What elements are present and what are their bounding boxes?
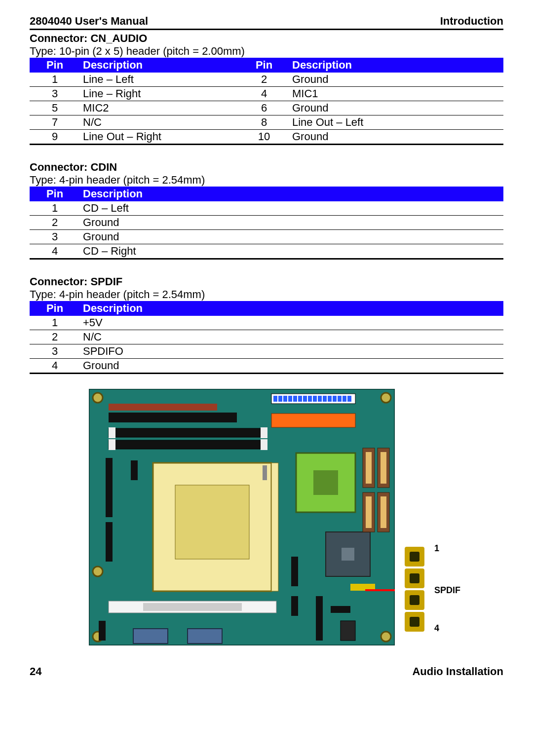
table-cell: 3 — [30, 230, 80, 244]
svg-rect-34 — [106, 522, 113, 562]
spdif-name-label: SPDIF — [434, 585, 460, 596]
svg-rect-30 — [109, 439, 115, 450]
table-cell: Ground — [289, 73, 503, 87]
svg-point-5 — [93, 567, 103, 576]
pin-table: PinDescriptionPinDescription1Line – Left… — [30, 58, 503, 145]
table-cell: 4 — [239, 87, 289, 101]
svg-rect-60 — [188, 629, 222, 643]
table-row: 4CD – Right — [30, 244, 503, 259]
table-cell: 3 — [30, 87, 80, 101]
svg-rect-62 — [99, 621, 106, 641]
table-cell: MIC1 — [289, 87, 503, 101]
svg-rect-7 — [273, 396, 277, 402]
table-header: Pin — [30, 301, 80, 316]
table-cell: Ground — [80, 359, 503, 374]
svg-rect-10 — [288, 396, 292, 402]
table-cell: N/C — [80, 330, 503, 344]
connector-title: Connector: CDIN — [30, 161, 503, 174]
table-header: Description — [289, 58, 503, 73]
svg-rect-18 — [328, 396, 332, 402]
table-row: 2Ground — [30, 216, 503, 230]
table-header: Pin — [30, 58, 80, 73]
svg-rect-23 — [109, 404, 217, 411]
svg-rect-22 — [347, 396, 351, 402]
table-cell: SPDIFO — [80, 344, 503, 359]
table-cell: 7 — [30, 115, 80, 130]
svg-rect-31 — [261, 439, 267, 450]
table-cell: 1 — [30, 73, 80, 87]
table-header: Description — [80, 301, 503, 316]
svg-rect-52 — [366, 496, 372, 528]
table-header: Pin — [239, 58, 289, 73]
table-cell: 1 — [30, 201, 80, 216]
svg-rect-59 — [133, 629, 168, 643]
table-cell: N/C — [80, 115, 239, 130]
svg-rect-67 — [410, 573, 419, 583]
connector-title: Connector: CN_AUDIO — [30, 32, 503, 45]
motherboard-diagram: 1 SPDIF 4 — [89, 389, 494, 655]
table-cell: Ground — [289, 101, 503, 115]
spdif-callout — [400, 547, 429, 636]
svg-rect-56 — [316, 596, 323, 641]
page-footer: 24 Audio Installation — [30, 665, 503, 678]
svg-rect-51 — [381, 452, 386, 484]
table-cell: 8 — [239, 115, 289, 130]
table-row: 9Line Out – Right10Ground — [30, 130, 503, 145]
svg-rect-16 — [318, 396, 322, 402]
table-cell: 5 — [30, 101, 80, 115]
table-row: 3Line – Right4MIC1 — [30, 87, 503, 101]
table-cell: 4 — [30, 359, 80, 374]
svg-rect-19 — [333, 396, 337, 402]
svg-rect-36 — [175, 485, 249, 559]
svg-rect-29 — [109, 440, 266, 449]
svg-rect-14 — [308, 396, 312, 402]
svg-rect-26 — [109, 428, 266, 437]
table-header: Description — [80, 187, 503, 201]
table-header: Pin — [30, 187, 80, 201]
svg-rect-39 — [131, 460, 138, 480]
svg-rect-8 — [278, 396, 282, 402]
table-cell: Ground — [80, 230, 503, 244]
table-row: 7N/C8Line Out – Left — [30, 115, 503, 130]
svg-rect-21 — [343, 396, 346, 402]
table-row: 2N/C — [30, 330, 503, 344]
table-cell: Line Out – Left — [289, 115, 503, 130]
table-cell: MIC2 — [80, 101, 239, 115]
page-header: 2804040 User's Manual Introduction — [30, 15, 503, 30]
svg-rect-38 — [263, 465, 267, 480]
svg-rect-24 — [109, 413, 237, 417]
svg-rect-12 — [298, 396, 302, 402]
connector-type: Type: 10-pin (2 x 5) header (pitch = 2.0… — [30, 45, 503, 58]
page-number: 24 — [30, 665, 41, 678]
table-cell: 6 — [239, 101, 289, 115]
table-cell: Line – Left — [80, 73, 239, 87]
svg-point-4 — [381, 632, 391, 642]
table-cell: 1 — [30, 316, 80, 330]
svg-rect-71 — [410, 617, 419, 627]
connector-title: Connector: SPDIF — [30, 275, 503, 288]
svg-rect-17 — [323, 396, 327, 402]
svg-point-1 — [93, 393, 103, 403]
svg-rect-37 — [271, 463, 278, 591]
svg-rect-33 — [106, 458, 113, 517]
spdif-pin4-label: 4 — [434, 623, 439, 634]
svg-rect-20 — [338, 396, 342, 402]
table-cell: +5V — [80, 316, 503, 330]
header-left: 2804040 User's Manual — [30, 15, 148, 28]
svg-rect-69 — [410, 595, 419, 605]
svg-rect-13 — [303, 396, 307, 402]
footer-section: Audio Installation — [412, 665, 503, 678]
svg-rect-54 — [291, 557, 298, 586]
board-svg — [89, 389, 395, 645]
header-right: Introduction — [440, 15, 503, 28]
svg-rect-9 — [283, 396, 287, 402]
table-row: 3Ground — [30, 230, 503, 244]
svg-rect-65 — [410, 552, 419, 562]
table-cell: 2 — [239, 73, 289, 87]
svg-rect-43 — [313, 470, 338, 495]
connector-type: Type: 4-pin header (pitch = 2.54mm) — [30, 288, 503, 301]
svg-rect-11 — [293, 396, 297, 402]
svg-rect-45 — [342, 548, 354, 561]
svg-rect-41 — [143, 603, 242, 611]
table-cell: Line – Right — [80, 87, 239, 101]
